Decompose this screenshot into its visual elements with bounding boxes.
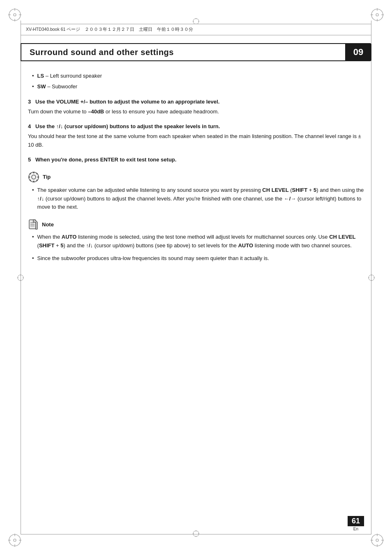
tip-header: Tip [28,171,364,183]
list-item: • Since the subwoofer produces ultra-low… [32,254,364,263]
svg-rect-48 [28,176,30,177]
border-bottom [21,534,371,534]
corner-mark-br [370,533,385,548]
svg-point-18 [371,534,383,546]
speaker-bullet-list: • LS – Left surround speaker • SW – Subw… [28,72,364,90]
corner-mark-tl [7,7,22,22]
tip-bullet-text: The speaker volume can be adjusted while… [37,186,364,212]
bullet-text: LS – Left surround speaker [37,72,102,80]
bullet-dot: • [32,233,34,242]
list-item: • The speaker volume can be adjusted whi… [32,186,364,212]
chapter-title-text: Surround sound and other settings [30,48,174,57]
bullet-dot: • [32,83,34,91]
svg-point-34 [193,18,199,24]
section-4-heading: 4 Use the ↑/↓ (cursor up/down) buttons t… [28,122,364,131]
svg-rect-47 [33,181,35,182]
note-box: Note • When the AUTO listening mode is s… [28,219,364,263]
section-5: 5 When you're done, press ENTER to exit … [28,156,364,164]
svg-point-29 [369,275,374,281]
note-header: Note [28,219,364,230]
list-item: • LS – Left surround speaker [32,72,364,80]
section-3: 3 Use the VOLUME +/– button to adjust th… [28,98,364,116]
svg-rect-46 [33,172,35,173]
corner-mark-bl [7,533,22,548]
page: XV-HTD340.book 61 ページ ２００３年１２月２７日 土曜日 午前… [0,0,392,555]
tip-content: • The speaker volume can be adjusted whi… [28,186,364,212]
svg-point-7 [376,14,378,16]
bullet-dot: • [32,254,34,263]
content-area: • LS – Left surround speaker • SW – Subw… [28,72,364,514]
reg-mark-right [367,274,376,282]
page-number-area: 61 En [348,516,364,531]
chapter-title-bar: Surround sound and other settings 09 [21,43,371,61]
section-4: 4 Use the ↑/↓ (cursor up/down) buttons t… [28,122,364,149]
tip-title: Tip [43,174,51,180]
section-3-heading: 3 Use the VOLUME +/– button to adjust th… [28,98,364,106]
note-content: • When the AUTO listening mode is select… [28,233,364,263]
svg-rect-49 [37,176,39,177]
svg-point-13 [14,539,16,541]
svg-point-6 [371,9,383,21]
svg-point-1 [14,14,16,16]
svg-point-12 [9,534,21,546]
bullet-dot: • [32,72,34,80]
page-lang-label: En [353,527,358,531]
list-item: • When the AUTO listening mode is select… [32,233,364,250]
svg-point-19 [376,539,378,541]
note-bullet-2: Since the subwoofer produces ultra-low f… [37,254,269,263]
note-title: Note [42,221,54,228]
header-bar: XV-HTD340.book 61 ページ ２００３年１２月２７日 土曜日 午前… [21,24,371,35]
svg-point-39 [193,531,199,537]
chapter-number: 09 [353,47,363,58]
section-3-body: Turn down the volume to –40dB or less to… [28,108,364,116]
page-number-box: 61 [348,516,364,526]
svg-point-0 [9,9,21,21]
reg-mark-bottom [192,530,200,538]
section-5-heading: 5 When you're done, press ENTER to exit … [28,156,364,164]
chapter-number-box: 09 [345,43,371,61]
chapter-title-main: Surround sound and other settings [21,43,345,61]
note-bullet-1: When the AUTO listening mode is selected… [37,233,364,250]
bullet-dot: • [32,186,34,195]
border-left [21,21,21,534]
file-info: XV-HTD340.book 61 ページ ２００３年１２月２７日 土曜日 午前… [26,27,193,32]
list-item: • SW – Subwoofer [32,83,364,91]
bullet-text: SW – Subwoofer [37,83,78,91]
note-icon [28,219,39,230]
border-right [371,21,371,534]
section-4-body: You should hear the test tone at the sam… [28,132,364,150]
tip-icon [28,171,39,183]
tip-box: Tip • The speaker volume can be adjusted… [28,171,364,212]
corner-mark-tr [370,7,385,22]
